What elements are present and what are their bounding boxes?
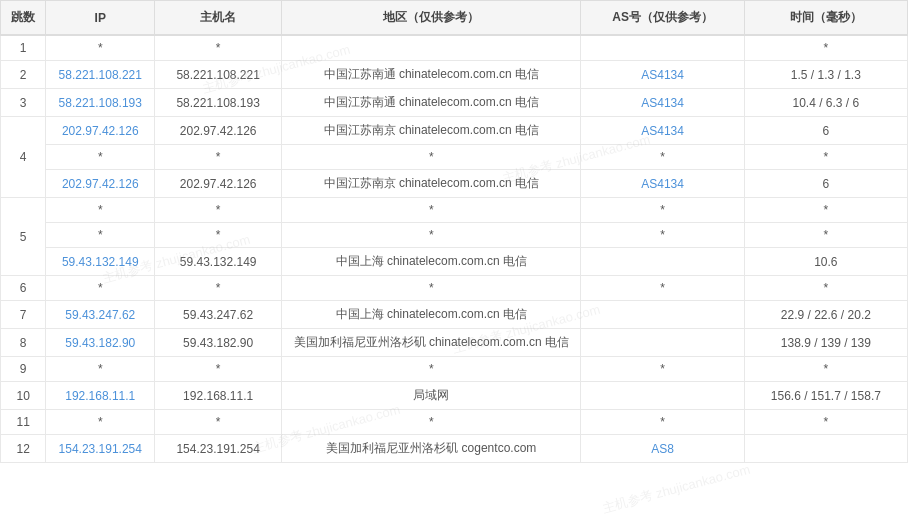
as-cell[interactable]: AS8	[581, 435, 744, 463]
as-cell: *	[581, 357, 744, 382]
as-cell[interactable]: AS4134	[581, 170, 744, 198]
hop-cell: 9	[1, 357, 46, 382]
hostname-cell: *	[155, 35, 282, 61]
hop-cell: 5	[1, 198, 46, 276]
hop-cell: 4	[1, 117, 46, 198]
hop-cell: 3	[1, 89, 46, 117]
ip-cell[interactable]: 59.43.247.62	[46, 301, 155, 329]
ip-link[interactable]: 202.97.42.126	[62, 124, 139, 138]
as-cell: *	[581, 223, 744, 248]
ip-cell: *	[46, 410, 155, 435]
ip-link[interactable]: 58.221.108.193	[59, 96, 142, 110]
time-cell: *	[744, 35, 907, 61]
region-cell: 中国江苏南京 chinatelecom.com.cn 电信	[282, 117, 581, 145]
time-cell: *	[744, 357, 907, 382]
hostname-cell: 58.221.108.193	[155, 89, 282, 117]
table-row: 4202.97.42.126202.97.42.126中国江苏南京 chinat…	[1, 117, 908, 145]
region-cell: *	[282, 357, 581, 382]
region-cell: 中国上海 chinatelecom.com.cn 电信	[282, 248, 581, 276]
time-cell: *	[744, 198, 907, 223]
region-cell: *	[282, 410, 581, 435]
region-cell: 中国江苏南通 chinatelecom.com.cn 电信	[282, 89, 581, 117]
time-cell: *	[744, 276, 907, 301]
as-link[interactable]: AS4134	[641, 124, 684, 138]
col-header-region: 地区（仅供参考）	[282, 1, 581, 36]
table-row: 859.43.182.9059.43.182.90美国加利福尼亚州洛杉矶 chi…	[1, 329, 908, 357]
table-row: 1***	[1, 35, 908, 61]
col-header-as: AS号（仅供参考）	[581, 1, 744, 36]
ip-link[interactable]: 59.43.132.149	[62, 255, 139, 269]
as-cell	[581, 248, 744, 276]
as-cell[interactable]: AS4134	[581, 61, 744, 89]
hop-cell: 10	[1, 382, 46, 410]
as-cell: *	[581, 410, 744, 435]
as-cell: *	[581, 276, 744, 301]
col-header-time: 时间（毫秒）	[744, 1, 907, 36]
ip-cell: *	[46, 357, 155, 382]
region-cell	[282, 35, 581, 61]
ip-link[interactable]: 192.168.11.1	[65, 389, 135, 403]
table-row: 11*****	[1, 410, 908, 435]
ip-cell: *	[46, 198, 155, 223]
col-header-hostname: 主机名	[155, 1, 282, 36]
ip-cell: *	[46, 145, 155, 170]
hostname-cell: *	[155, 223, 282, 248]
hostname-cell: 58.221.108.221	[155, 61, 282, 89]
table-row: 6*****	[1, 276, 908, 301]
time-cell: 6	[744, 170, 907, 198]
ip-cell[interactable]: 154.23.191.254	[46, 435, 155, 463]
ip-link[interactable]: 59.43.182.90	[65, 336, 135, 350]
ip-cell: *	[46, 35, 155, 61]
as-cell[interactable]: AS4134	[581, 89, 744, 117]
col-header-hop: 跳数	[1, 1, 46, 36]
as-cell[interactable]: AS4134	[581, 117, 744, 145]
time-cell: *	[744, 410, 907, 435]
ip-cell[interactable]: 58.221.108.193	[46, 89, 155, 117]
hostname-cell: *	[155, 198, 282, 223]
time-cell: 6	[744, 117, 907, 145]
ip-link[interactable]: 154.23.191.254	[59, 442, 142, 456]
hop-cell: 6	[1, 276, 46, 301]
hop-cell: 12	[1, 435, 46, 463]
ip-cell[interactable]: 59.43.132.149	[46, 248, 155, 276]
region-cell: *	[282, 276, 581, 301]
hop-cell: 2	[1, 61, 46, 89]
time-cell: 138.9 / 139 / 139	[744, 329, 907, 357]
region-cell: 美国加利福尼亚州洛杉矶 cogentco.com	[282, 435, 581, 463]
hostname-cell: 202.97.42.126	[155, 170, 282, 198]
ip-cell: *	[46, 223, 155, 248]
ip-cell[interactable]: 192.168.11.1	[46, 382, 155, 410]
region-cell: *	[282, 223, 581, 248]
region-cell: 局域网	[282, 382, 581, 410]
ip-cell[interactable]: 202.97.42.126	[46, 170, 155, 198]
table-row: 9*****	[1, 357, 908, 382]
hostname-cell: 202.97.42.126	[155, 117, 282, 145]
ip-cell[interactable]: 59.43.182.90	[46, 329, 155, 357]
hostname-cell: *	[155, 145, 282, 170]
hostname-cell: 154.23.191.254	[155, 435, 282, 463]
hostname-cell: *	[155, 357, 282, 382]
table-row: 358.221.108.19358.221.108.193中国江苏南通 chin…	[1, 89, 908, 117]
time-cell: 10.4 / 6.3 / 6	[744, 89, 907, 117]
ip-cell[interactable]: 58.221.108.221	[46, 61, 155, 89]
as-cell	[581, 382, 744, 410]
ip-link[interactable]: 58.221.108.221	[59, 68, 142, 82]
table-row: 759.43.247.6259.43.247.62中国上海 chinatelec…	[1, 301, 908, 329]
table-row: 12154.23.191.254154.23.191.254美国加利福尼亚州洛杉…	[1, 435, 908, 463]
hop-cell: 11	[1, 410, 46, 435]
ip-link[interactable]: 202.97.42.126	[62, 177, 139, 191]
table-header: 跳数 IP 主机名 地区（仅供参考） AS号（仅供参考） 时间（毫秒）	[1, 1, 908, 36]
ip-link[interactable]: 59.43.247.62	[65, 308, 135, 322]
as-cell	[581, 329, 744, 357]
as-link[interactable]: AS4134	[641, 96, 684, 110]
as-link[interactable]: AS8	[651, 442, 674, 456]
ip-cell[interactable]: 202.97.42.126	[46, 117, 155, 145]
hostname-cell: 59.43.247.62	[155, 301, 282, 329]
as-link[interactable]: AS4134	[641, 68, 684, 82]
ip-cell: *	[46, 276, 155, 301]
as-link[interactable]: AS4134	[641, 177, 684, 191]
as-cell: *	[581, 198, 744, 223]
table-row: *****	[1, 145, 908, 170]
region-cell: *	[282, 198, 581, 223]
table-row: 10192.168.11.1192.168.11.1局域网156.6 / 151…	[1, 382, 908, 410]
